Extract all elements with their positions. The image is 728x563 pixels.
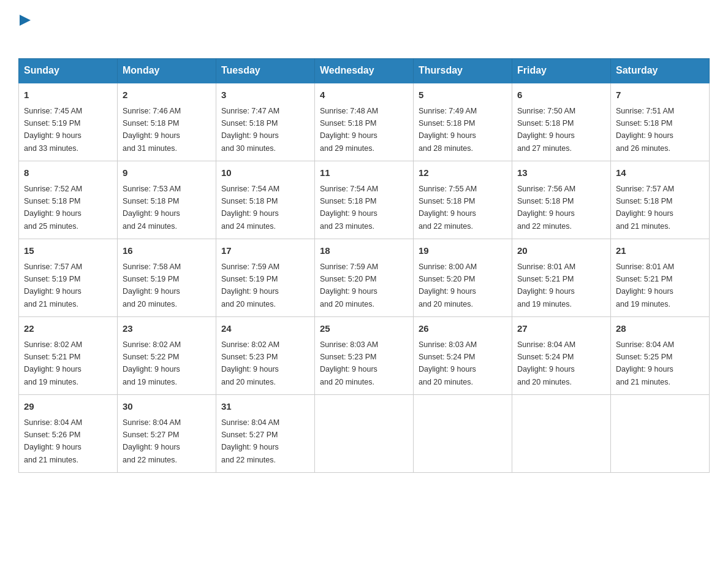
day-info: Sunrise: 7:50 AMSunset: 5:18 PMDaylight:…	[517, 107, 575, 153]
calendar-cell: 31Sunrise: 8:04 AMSunset: 5:27 PMDayligh…	[216, 395, 315, 473]
calendar-week-row: 22Sunrise: 8:02 AMSunset: 5:21 PMDayligh…	[19, 317, 710, 395]
calendar-cell: 6Sunrise: 7:50 AMSunset: 5:18 PMDaylight…	[512, 83, 611, 161]
day-number: 29	[24, 400, 112, 414]
calendar-cell: 19Sunrise: 8:00 AMSunset: 5:20 PMDayligh…	[414, 239, 512, 317]
header-tuesday: Tuesday	[216, 59, 315, 83]
day-number: 30	[123, 400, 211, 414]
calendar-week-row: 29Sunrise: 8:04 AMSunset: 5:26 PMDayligh…	[19, 395, 710, 473]
day-number: 5	[419, 88, 507, 102]
calendar-cell: 15Sunrise: 7:57 AMSunset: 5:19 PMDayligh…	[19, 239, 118, 317]
calendar-cell: 3Sunrise: 7:47 AMSunset: 5:18 PMDaylight…	[216, 83, 315, 161]
calendar-cell: 10Sunrise: 7:54 AMSunset: 5:18 PMDayligh…	[216, 161, 315, 239]
day-info: Sunrise: 8:04 AMSunset: 5:24 PMDaylight:…	[517, 340, 575, 386]
calendar-cell: 16Sunrise: 7:58 AMSunset: 5:19 PMDayligh…	[118, 239, 216, 317]
day-number: 19	[419, 244, 507, 258]
page-header	[18, 12, 710, 46]
day-number: 3	[221, 88, 309, 102]
calendar-cell: 29Sunrise: 8:04 AMSunset: 5:26 PMDayligh…	[19, 395, 118, 473]
day-number: 21	[616, 244, 704, 258]
day-info: Sunrise: 7:54 AMSunset: 5:18 PMDaylight:…	[320, 185, 378, 231]
day-info: Sunrise: 7:51 AMSunset: 5:18 PMDaylight:…	[616, 107, 674, 153]
day-number: 9	[123, 166, 211, 180]
calendar-cell: 1Sunrise: 7:45 AMSunset: 5:19 PMDaylight…	[19, 83, 118, 161]
day-info: Sunrise: 8:02 AMSunset: 5:22 PMDaylight:…	[123, 340, 181, 386]
header-friday: Friday	[512, 59, 611, 83]
calendar-cell: 4Sunrise: 7:48 AMSunset: 5:18 PMDaylight…	[315, 83, 414, 161]
day-info: Sunrise: 7:45 AMSunset: 5:19 PMDaylight:…	[24, 107, 82, 153]
day-info: Sunrise: 7:59 AMSunset: 5:20 PMDaylight:…	[320, 262, 378, 308]
calendar-cell: 17Sunrise: 7:59 AMSunset: 5:19 PMDayligh…	[216, 239, 315, 317]
day-number: 10	[221, 166, 309, 180]
day-info: Sunrise: 7:55 AMSunset: 5:18 PMDaylight:…	[419, 185, 477, 231]
day-info: Sunrise: 7:59 AMSunset: 5:19 PMDaylight:…	[221, 262, 279, 308]
day-info: Sunrise: 8:04 AMSunset: 5:27 PMDaylight:…	[123, 418, 181, 464]
calendar-cell	[315, 395, 414, 473]
day-info: Sunrise: 8:03 AMSunset: 5:23 PMDaylight:…	[320, 340, 378, 386]
calendar-table: SundayMondayTuesdayWednesdayThursdayFrid…	[18, 58, 710, 473]
day-number: 28	[616, 322, 704, 336]
calendar-cell: 23Sunrise: 8:02 AMSunset: 5:22 PMDayligh…	[118, 317, 216, 395]
calendar-week-row: 1Sunrise: 7:45 AMSunset: 5:19 PMDaylight…	[19, 83, 710, 161]
calendar-cell: 18Sunrise: 7:59 AMSunset: 5:20 PMDayligh…	[315, 239, 414, 317]
day-number: 6	[517, 88, 605, 102]
calendar-cell: 5Sunrise: 7:49 AMSunset: 5:18 PMDaylight…	[414, 83, 512, 161]
day-info: Sunrise: 8:00 AMSunset: 5:20 PMDaylight:…	[419, 262, 477, 308]
calendar-cell: 2Sunrise: 7:46 AMSunset: 5:18 PMDaylight…	[118, 83, 216, 161]
day-info: Sunrise: 8:03 AMSunset: 5:24 PMDaylight:…	[419, 340, 477, 386]
day-info: Sunrise: 7:48 AMSunset: 5:18 PMDaylight:…	[320, 107, 378, 153]
day-number: 13	[517, 166, 605, 180]
header-thursday: Thursday	[414, 59, 512, 83]
day-info: Sunrise: 8:01 AMSunset: 5:21 PMDaylight:…	[517, 262, 575, 308]
header-saturday: Saturday	[611, 59, 710, 83]
svg-marker-0	[20, 15, 31, 26]
day-number: 17	[221, 244, 309, 258]
calendar-cell: 27Sunrise: 8:04 AMSunset: 5:24 PMDayligh…	[512, 317, 611, 395]
day-number: 15	[24, 244, 112, 258]
calendar-cell: 30Sunrise: 8:04 AMSunset: 5:27 PMDayligh…	[118, 395, 216, 473]
day-number: 1	[24, 88, 112, 102]
calendar-cell	[414, 395, 512, 473]
day-info: Sunrise: 8:04 AMSunset: 5:26 PMDaylight:…	[24, 418, 82, 464]
day-info: Sunrise: 7:56 AMSunset: 5:18 PMDaylight:…	[517, 185, 575, 231]
day-number: 8	[24, 166, 112, 180]
day-info: Sunrise: 7:52 AMSunset: 5:18 PMDaylight:…	[24, 185, 82, 231]
header-monday: Monday	[118, 59, 216, 83]
day-info: Sunrise: 8:01 AMSunset: 5:21 PMDaylight:…	[616, 262, 674, 308]
calendar-cell: 21Sunrise: 8:01 AMSunset: 5:21 PMDayligh…	[611, 239, 710, 317]
day-number: 20	[517, 244, 605, 258]
header-wednesday: Wednesday	[315, 59, 414, 83]
logo	[18, 12, 33, 46]
calendar-week-row: 8Sunrise: 7:52 AMSunset: 5:18 PMDaylight…	[19, 161, 710, 239]
calendar-cell: 11Sunrise: 7:54 AMSunset: 5:18 PMDayligh…	[315, 161, 414, 239]
calendar-week-row: 15Sunrise: 7:57 AMSunset: 5:19 PMDayligh…	[19, 239, 710, 317]
calendar-cell: 28Sunrise: 8:04 AMSunset: 5:25 PMDayligh…	[611, 317, 710, 395]
calendar-cell	[512, 395, 611, 473]
day-number: 7	[616, 88, 704, 102]
logo-arrow-icon	[20, 13, 33, 27]
day-number: 24	[221, 322, 309, 336]
calendar-cell: 26Sunrise: 8:03 AMSunset: 5:24 PMDayligh…	[414, 317, 512, 395]
day-info: Sunrise: 7:53 AMSunset: 5:18 PMDaylight:…	[123, 185, 181, 231]
day-info: Sunrise: 7:57 AMSunset: 5:18 PMDaylight:…	[616, 185, 674, 231]
day-number: 23	[123, 322, 211, 336]
calendar-cell: 13Sunrise: 7:56 AMSunset: 5:18 PMDayligh…	[512, 161, 611, 239]
day-number: 31	[221, 400, 309, 414]
calendar-cell: 7Sunrise: 7:51 AMSunset: 5:18 PMDaylight…	[611, 83, 710, 161]
calendar-cell: 20Sunrise: 8:01 AMSunset: 5:21 PMDayligh…	[512, 239, 611, 317]
day-number: 27	[517, 322, 605, 336]
day-number: 14	[616, 166, 704, 180]
day-number: 26	[419, 322, 507, 336]
day-number: 16	[123, 244, 211, 258]
calendar-cell: 25Sunrise: 8:03 AMSunset: 5:23 PMDayligh…	[315, 317, 414, 395]
day-info: Sunrise: 8:04 AMSunset: 5:27 PMDaylight:…	[221, 418, 279, 464]
calendar-cell: 9Sunrise: 7:53 AMSunset: 5:18 PMDaylight…	[118, 161, 216, 239]
day-info: Sunrise: 8:04 AMSunset: 5:25 PMDaylight:…	[616, 340, 674, 386]
calendar-header-row: SundayMondayTuesdayWednesdayThursdayFrid…	[19, 59, 710, 83]
day-info: Sunrise: 7:47 AMSunset: 5:18 PMDaylight:…	[221, 107, 279, 153]
day-number: 2	[123, 88, 211, 102]
day-info: Sunrise: 7:57 AMSunset: 5:19 PMDaylight:…	[24, 262, 82, 308]
calendar-cell: 22Sunrise: 8:02 AMSunset: 5:21 PMDayligh…	[19, 317, 118, 395]
day-number: 18	[320, 244, 408, 258]
day-info: Sunrise: 8:02 AMSunset: 5:23 PMDaylight:…	[221, 340, 279, 386]
day-info: Sunrise: 7:58 AMSunset: 5:19 PMDaylight:…	[123, 262, 181, 308]
